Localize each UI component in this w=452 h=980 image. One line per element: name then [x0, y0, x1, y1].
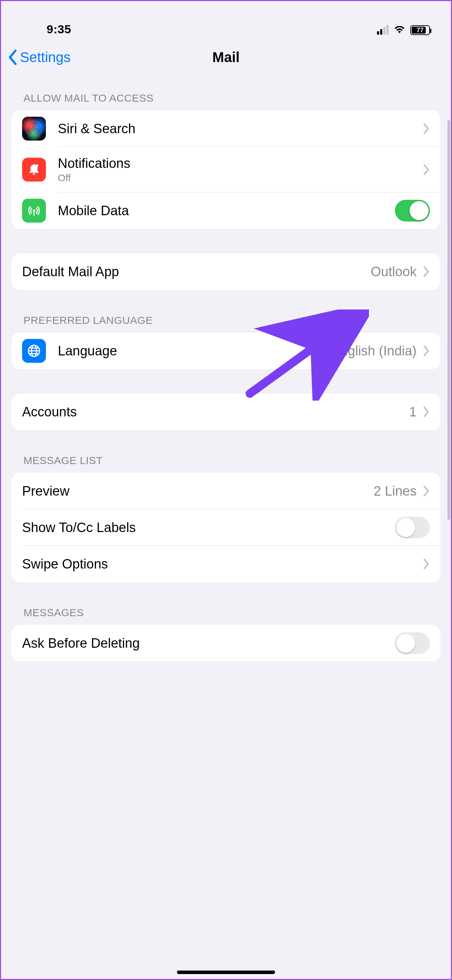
- status-time: 9:35: [22, 22, 71, 36]
- row-value: English (India): [331, 344, 417, 359]
- row-accounts[interactable]: Accounts 1: [11, 394, 441, 430]
- svg-point-0: [35, 164, 38, 167]
- nav-bar: Settings Mail: [1, 40, 451, 75]
- row-label: Mobile Data: [58, 203, 395, 218]
- row-default-mail-app[interactable]: Default Mail App Outlook: [11, 253, 441, 290]
- row-label: Swipe Options: [22, 557, 423, 572]
- chevron-right-icon: [423, 266, 430, 278]
- battery-percent: 77: [417, 27, 423, 34]
- row-preview[interactable]: Preview 2 Lines: [11, 473, 441, 509]
- group-message-list: Preview 2 Lines Show To/Cc Labels Swipe …: [11, 473, 441, 582]
- page-title: Mail: [212, 49, 240, 65]
- row-label: Show To/Cc Labels: [22, 520, 395, 535]
- section-header-access: ALLOW MAIL TO ACCESS: [11, 75, 441, 110]
- chevron-right-icon: [423, 123, 430, 135]
- scroll-indicator[interactable]: [447, 120, 450, 520]
- siri-icon: [22, 117, 46, 140]
- cellular-icon: [377, 25, 388, 35]
- row-value: 2 Lines: [374, 484, 417, 499]
- chevron-left-icon: [8, 49, 18, 65]
- chevron-right-icon: [423, 164, 430, 176]
- group-messages: Ask Before Deleting: [11, 625, 441, 662]
- row-swipe-options[interactable]: Swipe Options: [11, 546, 441, 582]
- row-label: Default Mail App: [22, 264, 371, 279]
- row-mobile-data: Mobile Data: [11, 192, 441, 229]
- row-label: Accounts: [22, 404, 409, 420]
- back-button[interactable]: Settings: [8, 49, 71, 65]
- row-value: 1: [409, 404, 417, 420]
- chevron-right-icon: [423, 558, 430, 570]
- svg-rect-2: [33, 211, 35, 216]
- row-value: Outlook: [371, 264, 417, 279]
- row-ask-before-deleting: Ask Before Deleting: [11, 625, 441, 662]
- globe-icon: [22, 339, 46, 363]
- row-language[interactable]: Language English (India): [11, 332, 441, 369]
- chevron-right-icon: [423, 345, 430, 357]
- antenna-icon: [22, 199, 46, 223]
- row-label: Ask Before Deleting: [22, 636, 395, 651]
- group-accounts: Accounts 1: [11, 394, 441, 430]
- section-header-message-list: MESSAGE LIST: [11, 430, 441, 473]
- show-tocc-toggle[interactable]: [395, 517, 430, 538]
- row-label: Language: [58, 344, 331, 359]
- row-label: Siri & Search: [58, 121, 423, 136]
- row-notifications[interactable]: Notifications Off: [11, 147, 441, 192]
- row-label: Notifications: [58, 156, 423, 171]
- chevron-right-icon: [423, 485, 430, 497]
- group-default-app: Default Mail App Outlook: [11, 253, 441, 290]
- group-language: Language English (India): [11, 332, 441, 369]
- wifi-icon: [393, 24, 406, 36]
- section-header-language: PREFERRED LANGUAGE: [11, 290, 441, 332]
- status-bar: 9:35 77: [1, 1, 451, 40]
- back-label: Settings: [20, 49, 71, 65]
- section-header-messages: MESSAGES: [11, 582, 441, 625]
- row-label: Preview: [22, 484, 374, 499]
- mobile-data-toggle[interactable]: [395, 200, 430, 221]
- row-sublabel: Off: [58, 172, 423, 184]
- battery-icon: 77: [410, 25, 430, 35]
- bell-icon: [22, 158, 46, 181]
- group-access: Siri & Search Notifications Off Mobi: [11, 110, 441, 229]
- chevron-right-icon: [423, 406, 430, 418]
- status-right: 77: [377, 24, 430, 36]
- row-show-tocc: Show To/Cc Labels: [11, 509, 441, 546]
- row-siri-search[interactable]: Siri & Search: [11, 110, 441, 147]
- ask-before-deleting-toggle[interactable]: [395, 632, 430, 654]
- home-indicator[interactable]: [177, 970, 275, 974]
